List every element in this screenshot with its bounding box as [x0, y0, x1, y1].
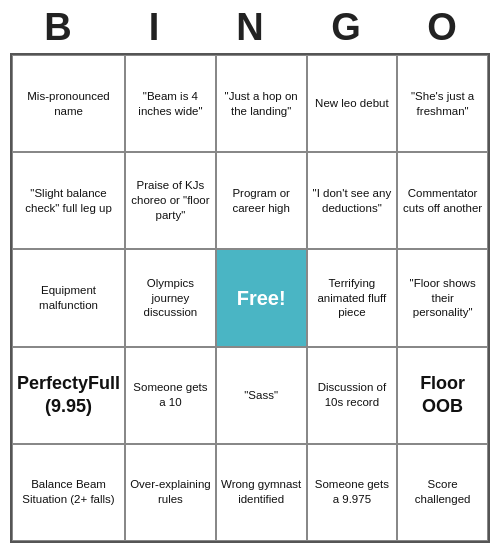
bingo-cell-10[interactable]: Equipment malfunction [12, 249, 125, 346]
bingo-cell-24[interactable]: Score challenged [397, 444, 488, 541]
bingo-cell-22[interactable]: Wrong gymnast identified [216, 444, 307, 541]
bingo-cell-11[interactable]: Olympics journey discussion [125, 249, 216, 346]
bingo-cell-6[interactable]: Praise of KJs choreo or "floor party" [125, 152, 216, 249]
bingo-cell-7[interactable]: Program or career high [216, 152, 307, 249]
bingo-cell-8[interactable]: "I don't see any deductions" [307, 152, 398, 249]
bingo-title: B I N G O [10, 0, 490, 53]
bingo-cell-12[interactable]: Free! [216, 249, 307, 346]
bingo-cell-14[interactable]: "Floor shows their personality" [397, 249, 488, 346]
bingo-cell-2[interactable]: "Just a hop on the landing" [216, 55, 307, 152]
bingo-grid: Mis-pronounced name"Beam is 4 inches wid… [10, 53, 490, 543]
bingo-cell-5[interactable]: "Slight balance check" full leg up [12, 152, 125, 249]
bingo-cell-16[interactable]: Someone gets a 10 [125, 347, 216, 444]
letter-o: O [402, 6, 482, 49]
bingo-cell-4[interactable]: "She's just a freshman" [397, 55, 488, 152]
bingo-cell-19[interactable]: Floor OOB [397, 347, 488, 444]
bingo-cell-9[interactable]: Commentator cuts off another [397, 152, 488, 249]
bingo-cell-15[interactable]: PerfectyFull (9.95) [12, 347, 125, 444]
letter-n: N [210, 6, 290, 49]
bingo-cell-17[interactable]: "Sass" [216, 347, 307, 444]
bingo-cell-18[interactable]: Discussion of 10s record [307, 347, 398, 444]
letter-i: I [114, 6, 194, 49]
bingo-cell-13[interactable]: Terrifying animated fluff piece [307, 249, 398, 346]
bingo-cell-21[interactable]: Over-explaining rules [125, 444, 216, 541]
bingo-cell-3[interactable]: New leo debut [307, 55, 398, 152]
bingo-cell-0[interactable]: Mis-pronounced name [12, 55, 125, 152]
bingo-cell-20[interactable]: Balance Beam Situation (2+ falls) [12, 444, 125, 541]
letter-g: G [306, 6, 386, 49]
bingo-cell-1[interactable]: "Beam is 4 inches wide" [125, 55, 216, 152]
letter-b: B [18, 6, 98, 49]
bingo-cell-23[interactable]: Someone gets a 9.975 [307, 444, 398, 541]
